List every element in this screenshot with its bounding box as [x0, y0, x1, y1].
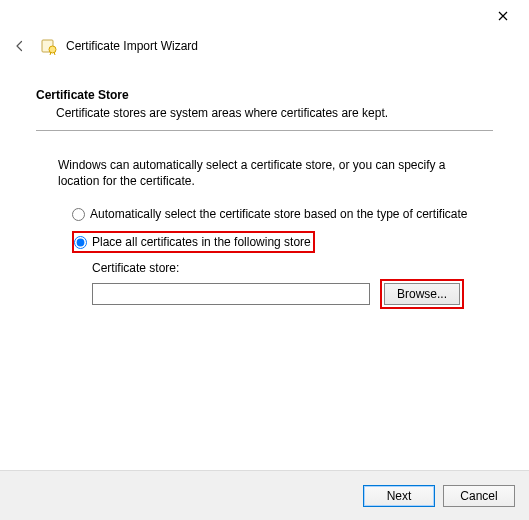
intro-text: Windows can automatically select a certi… — [58, 157, 471, 189]
wizard-footer: Next Cancel — [0, 470, 529, 520]
divider — [36, 130, 493, 131]
radio-place-label: Place all certificates in the following … — [92, 235, 311, 249]
titlebar — [0, 0, 529, 32]
wizard-header: Certificate Import Wizard — [0, 32, 529, 60]
radio-auto-select[interactable]: Automatically select the certificate sto… — [72, 205, 470, 223]
section-heading: Certificate Store — [36, 88, 493, 102]
radio-auto-input[interactable] — [72, 208, 85, 221]
radio-place-input[interactable] — [74, 236, 87, 249]
certificate-store-row: Browse... — [92, 279, 493, 309]
content-area: Certificate Store Certificate stores are… — [0, 60, 529, 470]
browse-button[interactable]: Browse... — [384, 283, 460, 305]
store-radio-group: Automatically select the certificate sto… — [72, 205, 493, 253]
back-button[interactable] — [8, 34, 32, 58]
next-button[interactable]: Next — [363, 485, 435, 507]
certificate-store-block: Certificate store: Browse... — [92, 261, 493, 309]
certificate-store-input[interactable] — [92, 283, 370, 305]
radio-auto-label: Automatically select the certificate sto… — [90, 207, 468, 221]
browse-highlight: Browse... — [380, 279, 464, 309]
certificate-icon — [40, 37, 58, 55]
back-arrow-icon — [14, 38, 26, 54]
svg-point-1 — [49, 46, 56, 53]
radio-place-all[interactable]: Place all certificates in the following … — [72, 231, 315, 253]
cancel-button[interactable]: Cancel — [443, 485, 515, 507]
close-icon — [498, 11, 508, 21]
wizard-title: Certificate Import Wizard — [66, 39, 198, 53]
section-subheading: Certificate stores are system areas wher… — [56, 106, 493, 120]
certificate-store-label: Certificate store: — [92, 261, 493, 275]
wizard-window: Certificate Import Wizard Certificate St… — [0, 0, 529, 520]
close-button[interactable] — [489, 2, 517, 30]
